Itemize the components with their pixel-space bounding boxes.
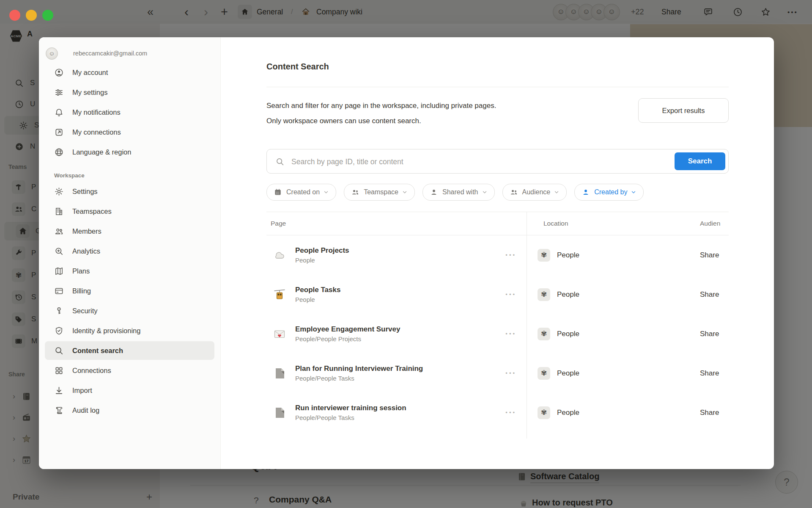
user-avatar: ☺ <box>46 47 58 60</box>
audience-cell: Share <box>694 290 729 299</box>
settings-nav-item[interactable]: Content search <box>45 341 214 360</box>
settings-nav-item[interactable]: Audit log <box>45 401 214 420</box>
page-title-cell[interactable]: Plan for Running Interviewer Training <box>295 364 423 373</box>
results-table: Page Location Audien People Projects Peo… <box>266 212 729 432</box>
page-path: People/People Projects <box>295 335 400 342</box>
page-icon <box>273 288 286 301</box>
row-menu-icon[interactable]: ••• <box>505 252 516 258</box>
page-icon <box>273 328 286 340</box>
location-cell: ✾ People <box>527 249 694 262</box>
row-menu-icon[interactable]: ••• <box>505 291 516 298</box>
search-button[interactable]: Search <box>675 152 725 170</box>
settings-nav-item[interactable]: Members <box>45 222 214 240</box>
settings-nav-item[interactable]: Teamspaces <box>45 202 214 221</box>
minimize-window-button[interactable] <box>26 10 37 21</box>
location-label: People <box>557 330 579 338</box>
page-icon <box>273 249 286 262</box>
notion-window: « ‹ › + General / Company wiki ☺☺☺☺☺ +22… <box>0 0 812 508</box>
page-description: Search and filter for any page in the wo… <box>266 98 638 129</box>
workspace-section-header: Workspace <box>54 172 220 179</box>
page-cell: People Tasks People ••• <box>266 275 527 314</box>
settings-sidebar: ☺ rebeccamcakir@gmail.com My account My … <box>39 37 221 469</box>
audience-cell: Share <box>694 409 729 417</box>
settings-nav-item-label: Audit log <box>72 406 99 414</box>
filter-chip[interactable]: Created on <box>266 184 336 201</box>
settings-nav-item-label: Settings <box>72 188 98 196</box>
settings-nav-item-label: My account <box>72 69 108 77</box>
content-search-panel: Content Search Search and filter for any… <box>221 37 774 469</box>
settings-nav-item[interactable]: Import <box>45 381 214 400</box>
table-row[interactable]: People Tasks People ••• ✾ People Share <box>266 275 729 314</box>
filter-chip-label: Teamspace <box>364 188 398 196</box>
table-row[interactable]: People Projects People ••• ✾ People Shar… <box>266 235 729 275</box>
teamspace-flower-icon: ✾ <box>538 328 550 340</box>
chevron-down-icon <box>402 189 408 195</box>
settings-nav-item[interactable]: Plans <box>45 262 214 280</box>
search-icon <box>275 157 285 166</box>
export-results-button[interactable]: Export results <box>638 98 729 123</box>
settings-nav-item-label: My settings <box>72 88 107 97</box>
column-header-location[interactable]: Location <box>527 220 694 227</box>
page-cell: People Projects People ••• <box>266 235 527 275</box>
row-menu-icon[interactable]: ••• <box>505 370 516 376</box>
chevron-down-icon <box>631 189 636 195</box>
settings-nav-item[interactable]: Settings <box>45 182 214 201</box>
location-label: People <box>557 251 579 260</box>
settings-nav-item[interactable]: My settings <box>45 83 214 102</box>
filter-chip[interactable]: Created by <box>574 184 644 201</box>
settings-nav-item[interactable]: Language & region <box>45 143 214 161</box>
table-row[interactable]: Run interviewer training session People/… <box>266 393 729 432</box>
settings-nav-item[interactable]: Analytics <box>45 242 214 260</box>
settings-nav-item[interactable]: Identity & provisioning <box>45 321 214 340</box>
page-title-cell[interactable]: Run interviewer training session <box>295 404 406 412</box>
account-email-row: ☺ rebeccamcakir@gmail.com <box>46 45 220 62</box>
settings-nav-item[interactable]: Billing <box>45 282 214 300</box>
table-body: People Projects People ••• ✾ People Shar… <box>266 235 729 432</box>
title-divider <box>266 87 729 87</box>
settings-nav-item-label: Teamspaces <box>72 207 112 215</box>
teamspace-flower-icon: ✾ <box>538 249 550 262</box>
settings-nav-item-label: Billing <box>72 287 91 295</box>
filter-chip[interactable]: Audience <box>502 184 567 201</box>
zoom-window-button[interactable] <box>42 10 53 21</box>
row-menu-icon[interactable]: ••• <box>505 331 516 337</box>
filter-chip-label: Created by <box>594 188 627 196</box>
table-row[interactable]: Employee Engagement Survey People/People… <box>266 314 729 353</box>
search-input[interactable] <box>291 150 673 174</box>
settings-nav-item-label: My notifications <box>72 108 121 116</box>
settings-nav-item-label: Security <box>72 307 98 315</box>
filter-chip[interactable]: Shared with <box>422 184 495 201</box>
filter-chip[interactable]: Teamspace <box>344 184 415 201</box>
column-header-page[interactable]: Page <box>266 220 527 227</box>
teamspace-flower-icon: ✾ <box>538 288 550 301</box>
filter-chip-label: Created on <box>286 188 320 196</box>
teamspace-flower-icon: ✾ <box>538 367 550 380</box>
settings-nav-item[interactable]: Security <box>45 301 214 320</box>
account-email: rebeccamcakir@gmail.com <box>73 50 147 57</box>
table-row[interactable]: Plan for Running Interviewer Training Pe… <box>266 353 729 393</box>
close-window-button[interactable] <box>9 10 20 21</box>
settings-nav-item-label: Identity & provisioning <box>72 327 140 335</box>
row-menu-icon[interactable]: ••• <box>505 409 516 416</box>
page-cell: Plan for Running Interviewer Training Pe… <box>266 353 527 393</box>
page-cell: Run interviewer training session People/… <box>266 393 527 432</box>
settings-modal: ☺ rebeccamcakir@gmail.com My account My … <box>39 37 774 469</box>
location-cell: ✾ People <box>527 406 694 419</box>
page-title-cell[interactable]: People Tasks <box>295 286 340 294</box>
settings-nav-item[interactable]: My account <box>45 63 214 82</box>
workspace-settings-nav: Settings Teamspaces Members Analytics Pl… <box>39 182 220 420</box>
location-label: People <box>557 290 579 299</box>
settings-nav-item[interactable]: My connections <box>45 123 214 141</box>
table-header: Page Location Audien <box>266 212 729 235</box>
settings-nav-item[interactable]: Connections <box>45 361 214 380</box>
settings-nav-item-label: Content search <box>72 347 123 355</box>
page-path: People/People Tasks <box>295 414 406 421</box>
settings-nav-item-label: Plans <box>72 267 90 275</box>
page-title-cell[interactable]: Employee Engagement Survey <box>295 325 400 334</box>
column-header-audience[interactable]: Audien <box>694 220 729 227</box>
settings-nav-item[interactable]: My notifications <box>45 103 214 121</box>
page-title-cell[interactable]: People Projects <box>295 246 349 255</box>
description-line-1: Search and filter for any page in the wo… <box>266 98 638 113</box>
settings-nav-item-label: Import <box>72 387 92 395</box>
location-cell: ✾ People <box>527 367 694 380</box>
